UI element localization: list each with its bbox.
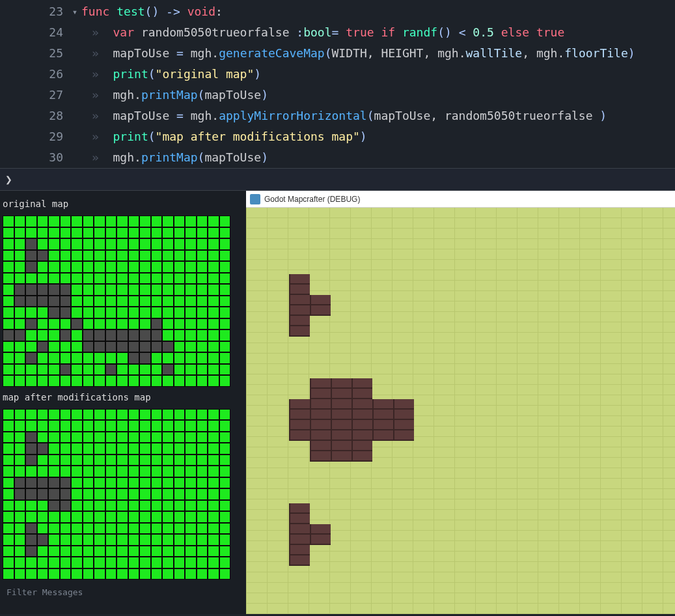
code-content[interactable]: mgh.printMap(mapToUse) bbox=[99, 85, 268, 105]
floor-cell bbox=[71, 216, 83, 227]
floor-cell bbox=[60, 534, 72, 546]
wall-cell bbox=[117, 329, 128, 341]
floor-cell bbox=[48, 443, 60, 455]
code-content[interactable]: mapToUse = mgh.applyMirrorHorizontal(map… bbox=[99, 105, 607, 126]
floor-cell bbox=[151, 557, 163, 568]
floor-cell bbox=[94, 216, 105, 227]
floor-cell bbox=[71, 523, 83, 535]
code-line[interactable]: 28 » mapToUse = mgh.applyMirrorHorizonta… bbox=[0, 105, 675, 126]
floor-cell bbox=[3, 364, 14, 376]
floor-cell bbox=[117, 557, 128, 568]
wall-cell bbox=[37, 488, 49, 500]
floor-cell bbox=[174, 443, 186, 455]
floor-cell bbox=[117, 443, 128, 455]
floor-cell bbox=[128, 534, 140, 546]
floor-cell bbox=[197, 273, 208, 285]
wall-cell bbox=[71, 318, 83, 330]
code-editor[interactable]: 23 ▾ func test() -> void: 24 » var rando… bbox=[0, 0, 675, 168]
command-prompt[interactable]: ❯ bbox=[0, 168, 675, 191]
fold-icon[interactable]: ▾ bbox=[68, 1, 81, 22]
floor-cell bbox=[105, 307, 117, 318]
floor-cell bbox=[37, 318, 49, 330]
floor-cell bbox=[14, 546, 26, 557]
code-line[interactable]: 24 » var random5050trueorfalse :bool= tr… bbox=[0, 22, 675, 43]
wall-cell bbox=[151, 341, 163, 353]
code-content[interactable]: var random5050trueorfalse :bool= true if… bbox=[99, 22, 564, 43]
code-content[interactable]: print("map after modifications map") bbox=[99, 126, 367, 147]
wall-cell bbox=[14, 488, 26, 500]
wall-cell bbox=[25, 534, 37, 546]
code-content[interactable]: print("original map") bbox=[99, 64, 261, 85]
floor-cell bbox=[37, 307, 49, 318]
floor-cell bbox=[208, 284, 219, 296]
floor-cell bbox=[128, 284, 140, 296]
floor-cell bbox=[71, 466, 83, 477]
code-line[interactable]: 23 ▾ func test() -> void: bbox=[0, 1, 675, 22]
floor-cell bbox=[105, 466, 117, 477]
floor-cell bbox=[139, 420, 151, 432]
wall-cell bbox=[48, 488, 60, 500]
floor-cell bbox=[14, 318, 26, 330]
floor-cell bbox=[162, 216, 174, 227]
floor-cell bbox=[71, 296, 83, 307]
floor-cell bbox=[94, 534, 105, 546]
floor-cell bbox=[48, 318, 60, 330]
floor-cell bbox=[208, 307, 219, 318]
floor-cell bbox=[83, 523, 94, 535]
line-number: 28 bbox=[0, 105, 68, 126]
title-bar[interactable]: Godot Mapcrafter (DEBUG) bbox=[246, 191, 675, 208]
floor-cell bbox=[139, 488, 151, 500]
floor-cell bbox=[48, 375, 60, 387]
floor-cell bbox=[117, 296, 128, 307]
wall-cell bbox=[14, 296, 26, 307]
floor-cell bbox=[94, 511, 105, 523]
floor-cell bbox=[197, 500, 208, 512]
wall-cell bbox=[60, 364, 72, 376]
game-viewport[interactable] bbox=[246, 208, 675, 614]
floor-cell bbox=[208, 557, 219, 568]
floor-cell bbox=[208, 352, 219, 364]
floor-cell bbox=[174, 432, 186, 443]
code-line[interactable]: 27 » mgh.printMap(mapToUse) bbox=[0, 85, 675, 105]
floor-cell bbox=[14, 227, 26, 239]
code-line[interactable]: 29 » print("map after modifications map"… bbox=[0, 126, 675, 147]
floor-cell bbox=[71, 238, 83, 250]
floor-cell bbox=[37, 420, 49, 432]
floor-cell bbox=[105, 216, 117, 227]
floor-cell bbox=[185, 352, 197, 364]
floor-cell bbox=[14, 432, 26, 443]
floor-cell bbox=[14, 341, 26, 353]
floor-cell bbox=[117, 511, 128, 523]
window-title: Godot Mapcrafter (DEBUG) bbox=[264, 195, 360, 204]
code-content[interactable]: mgh.printMap(mapToUse) bbox=[99, 147, 268, 168]
line-number: 30 bbox=[0, 147, 68, 168]
code-content[interactable]: func test() -> void: bbox=[81, 1, 223, 22]
floor-cell bbox=[48, 273, 60, 285]
floor-cell bbox=[25, 500, 37, 512]
code-content[interactable]: mapToUse = mgh.generateCaveMap(WIDTH, HE… bbox=[99, 43, 635, 64]
floor-cell bbox=[185, 375, 197, 387]
floor-cell bbox=[174, 341, 186, 353]
floor-cell bbox=[48, 238, 60, 250]
floor-cell bbox=[71, 443, 83, 455]
floor-cell bbox=[117, 500, 128, 512]
floor-cell bbox=[3, 455, 14, 466]
floor-cell bbox=[174, 273, 186, 285]
code-line[interactable]: 26 » print("original map") bbox=[0, 64, 675, 85]
floor-cell bbox=[94, 261, 105, 273]
floor-cell bbox=[174, 352, 186, 364]
code-line[interactable]: 30 » mgh.printMap(mapToUse) bbox=[0, 147, 675, 168]
floor-cell bbox=[71, 432, 83, 443]
output-panel[interactable]: original map map after modifications map… bbox=[0, 191, 246, 614]
floor-cell bbox=[197, 375, 208, 387]
code-line[interactable]: 25 » mapToUse = mgh.generateCaveMap(WIDT… bbox=[0, 43, 675, 64]
map-grid-original bbox=[3, 216, 243, 387]
floor-cell bbox=[219, 420, 231, 432]
floor-cell bbox=[83, 296, 94, 307]
floor-cell bbox=[162, 443, 174, 455]
floor-cell bbox=[197, 238, 208, 250]
floor-cell bbox=[151, 296, 163, 307]
floor-cell bbox=[117, 488, 128, 500]
filter-messages[interactable]: Filter Messages bbox=[3, 585, 243, 600]
floor-cell bbox=[208, 409, 219, 421]
